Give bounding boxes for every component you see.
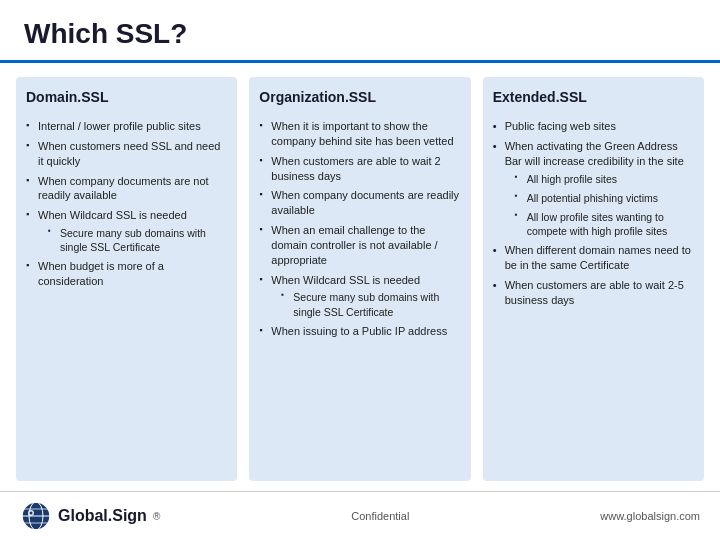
card-title-domain-ssl: Domain.SSL	[26, 89, 227, 109]
globe-icon	[20, 500, 52, 532]
list-item: Internal / lower profile public sites	[26, 119, 227, 134]
list-item: When activating the Green Address Bar wi…	[493, 139, 694, 238]
list-item: When different domain names need to be i…	[493, 243, 694, 273]
card-domain-ssl: Domain.SSLInternal / lower profile publi…	[16, 77, 237, 481]
list-item: When an email challenge to the domain co…	[259, 223, 460, 268]
footer-confidential: Confidential	[351, 510, 409, 522]
logo-container: Global.Sign ®	[20, 500, 160, 532]
svg-point-7	[30, 512, 33, 515]
list-item: When Wildcard SSL is neededSecure many s…	[259, 273, 460, 319]
card-list-domain-ssl: Internal / lower profile public sitesWhe…	[26, 119, 227, 294]
sub-list-item: All high profile sites	[515, 172, 694, 186]
main-content: Domain.SSLInternal / lower profile publi…	[0, 63, 720, 491]
list-item: When customers are able to wait 2-5 busi…	[493, 278, 694, 308]
list-item: When Wildcard SSL is neededSecure many s…	[26, 208, 227, 254]
card-extended-ssl: Extended.SSLPublic facing web sitesWhen …	[483, 77, 704, 481]
list-item: When customers are able to wait 2 busine…	[259, 154, 460, 184]
sub-list-item: Secure many sub domains with single SSL …	[281, 290, 460, 318]
sub-list-item: All low profile sites wanting to compete…	[515, 210, 694, 238]
card-list-extended-ssl: Public facing web sitesWhen activating t…	[493, 119, 694, 313]
card-title-extended-ssl: Extended.SSL	[493, 89, 694, 109]
list-item: When issuing to a Public IP address	[259, 324, 460, 339]
list-item: When company documents are not readily a…	[26, 174, 227, 204]
header: Which SSL?	[0, 0, 720, 63]
page: Which SSL? Domain.SSLInternal / lower pr…	[0, 0, 720, 540]
sub-list: Secure many sub domains with single SSL …	[271, 290, 460, 318]
sub-list: Secure many sub domains with single SSL …	[38, 226, 227, 254]
sub-list-item: Secure many sub domains with single SSL …	[48, 226, 227, 254]
list-item: When customers need SSL and need it quic…	[26, 139, 227, 169]
card-title-organization-ssl: Organization.SSL	[259, 89, 460, 109]
footer: Global.Sign ® Confidential www.globalsig…	[0, 491, 720, 540]
logo-registered: ®	[153, 511, 160, 522]
list-item: When it is important to show the company…	[259, 119, 460, 149]
list-item: Public facing web sites	[493, 119, 694, 134]
logo-text: Global.Sign	[58, 507, 147, 525]
sub-list-item: All potential phishing victims	[515, 191, 694, 205]
card-list-organization-ssl: When it is important to show the company…	[259, 119, 460, 344]
card-organization-ssl: Organization.SSLWhen it is important to …	[249, 77, 470, 481]
footer-url: www.globalsign.com	[600, 510, 700, 522]
sub-list: All high profile sitesAll potential phis…	[505, 172, 694, 239]
list-item: When company documents are readily avail…	[259, 188, 460, 218]
list-item: When budget is more of a consideration	[26, 259, 227, 289]
page-title: Which SSL?	[24, 18, 696, 50]
